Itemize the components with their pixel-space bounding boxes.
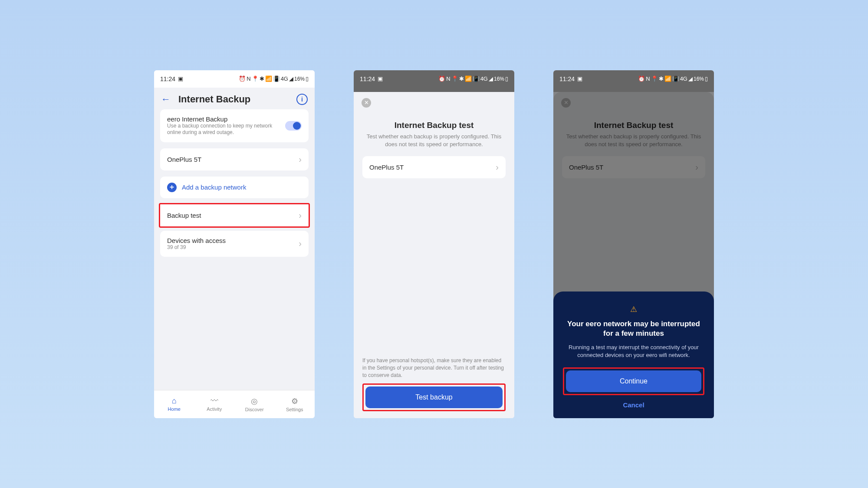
signal-icon: ◢ — [289, 75, 293, 82]
warning-icon: ⚠ — [563, 305, 704, 314]
chevron-right-icon: › — [299, 239, 302, 249]
screen-internet-backup: 11:24 ▣ ⏰ N 📍 ✱ 📶 📳 4G ◢ 16% ▯ ← Interne… — [154, 70, 315, 418]
nfc-icon: N — [446, 75, 450, 82]
dialog-title: Your eero network may be interrupted for… — [563, 319, 704, 338]
app-header: ← Internet Backup i — [154, 88, 315, 109]
signal-icon: ◢ — [489, 75, 493, 82]
backup-network-item[interactable]: OnePlus 5T › — [362, 156, 506, 178]
chevron-right-icon: › — [496, 162, 499, 172]
battery-icon: ▯ — [705, 75, 708, 82]
battery-text: 16% — [494, 76, 504, 82]
alarm-icon: ⏰ — [638, 75, 645, 82]
chevron-right-icon: › — [299, 154, 302, 164]
battery-icon: ▯ — [505, 75, 508, 82]
close-icon[interactable]: ✕ — [362, 98, 371, 108]
backup-network-name: OnePlus 5T — [369, 164, 490, 171]
add-backup-network[interactable]: ＋ Add a backup network — [160, 177, 309, 198]
alarm-icon: ⏰ — [438, 75, 445, 82]
backup-network-item[interactable]: OnePlus 5T › — [160, 148, 309, 170]
eero-backup-subtitle: Use a backup connection to keep my netwo… — [167, 123, 280, 136]
eero-backup-card[interactable]: eero Internet Backup Use a backup connec… — [160, 109, 309, 142]
sheet-title: Internet Backup test — [362, 121, 506, 130]
add-backup-label: Add a backup network — [182, 183, 246, 191]
battery-icon: ▯ — [306, 75, 309, 82]
test-backup-button[interactable]: Test backup — [365, 386, 503, 408]
modal-sheet: ✕ Internet Backup test Test whether each… — [354, 92, 514, 418]
confirm-dialog: ⚠ Your eero network may be interrupted f… — [553, 291, 714, 418]
backup-test-row[interactable]: Backup test › — [160, 204, 309, 226]
bluetooth-icon: ✱ — [659, 75, 664, 82]
wifi-icon: 📶 — [465, 75, 472, 82]
nav-activity[interactable]: 〰 Activity — [194, 390, 235, 418]
status-bar: 11:24 ▣ ⏰ N 📍 ✱ 📶 📳 4G ◢ 16% ▯ — [354, 70, 514, 88]
discover-icon: ◎ — [251, 396, 258, 406]
status-time: 11:24 — [559, 75, 575, 82]
backup-toggle[interactable] — [285, 121, 302, 131]
nfc-icon: N — [646, 75, 650, 82]
location-icon: 📍 — [252, 75, 259, 82]
battery-text: 16% — [694, 76, 704, 82]
bluetooth-icon: ✱ — [459, 75, 464, 82]
lte-icon: 4G — [281, 75, 288, 82]
devices-subtitle: 39 of 39 — [167, 244, 293, 251]
highlight-backup-test: Backup test › — [159, 203, 310, 228]
status-time: 11:24 — [360, 75, 375, 82]
screen-backup-test-sheet: 11:24 ▣ ⏰ N 📍 ✱ 📶 📳 4G ◢ 16% ▯ ✕ Interne… — [354, 70, 514, 418]
continue-button[interactable]: Continue — [566, 370, 701, 392]
backup-test-label: Backup test — [167, 212, 293, 219]
nav-discover[interactable]: ◎ Discover — [234, 390, 275, 418]
vibrate-icon: 📳 — [273, 75, 280, 82]
alarm-icon: ⏰ — [239, 75, 246, 82]
chevron-right-icon: › — [299, 210, 302, 220]
nfc-icon: N — [247, 75, 250, 82]
lte-icon: 4G — [480, 75, 488, 82]
devices-with-access-row[interactable]: Devices with access 39 of 39 › — [160, 231, 309, 257]
back-arrow-icon[interactable]: ← — [161, 94, 171, 105]
devices-title: Devices with access — [167, 237, 293, 244]
battery-text: 16% — [294, 76, 305, 82]
status-bar: 11:24 ▣ ⏰ N 📍 ✱ 📶 📳 4G ◢ 16% ▯ — [154, 70, 315, 88]
wifi-icon: 📶 — [265, 75, 272, 82]
eero-backup-title: eero Internet Backup — [167, 115, 280, 123]
screen-confirm-dialog: 11:24 ▣ ⏰ N 📍 ✱ 📶 📳 4G ◢ 16% ▯ ✕ Interne… — [553, 70, 714, 418]
picture-icon: ▣ — [577, 75, 582, 82]
status-bar: 11:24 ▣ ⏰ N 📍 ✱ 📶 📳 4G ◢ 16% ▯ — [553, 70, 714, 88]
dialog-desc: Running a test may interrupt the connect… — [563, 344, 704, 359]
info-icon[interactable]: i — [296, 94, 308, 105]
content: eero Internet Backup Use a backup connec… — [154, 109, 315, 390]
activity-icon: 〰 — [210, 396, 218, 406]
bluetooth-icon: ✱ — [260, 75, 264, 82]
vibrate-icon: 📳 — [672, 75, 679, 82]
wifi-icon: 📶 — [664, 75, 671, 82]
picture-icon: ▣ — [178, 75, 183, 82]
plus-icon: ＋ — [167, 183, 177, 192]
highlight-test-button: Test backup — [362, 383, 506, 411]
bottom-nav: ⌂ Home 〰 Activity ◎ Discover ⚙ Settings — [154, 390, 315, 418]
cancel-button[interactable]: Cancel — [563, 401, 704, 409]
signal-icon: ◢ — [688, 75, 693, 82]
home-icon: ⌂ — [172, 396, 177, 406]
lte-icon: 4G — [680, 75, 687, 82]
settings-icon: ⚙ — [291, 396, 298, 406]
backup-network-name: OnePlus 5T — [167, 156, 293, 163]
status-time: 11:24 — [160, 75, 175, 82]
location-icon: 📍 — [451, 75, 458, 82]
sheet-desc: Test whether each backup is properly con… — [362, 133, 506, 148]
vibrate-icon: 📳 — [473, 75, 480, 82]
nav-settings[interactable]: ⚙ Settings — [275, 390, 315, 418]
hotspot-hint: If you have personal hotspot(s), make su… — [362, 357, 506, 379]
nav-home[interactable]: ⌂ Home — [154, 390, 194, 418]
page-title: Internet Backup — [178, 94, 289, 105]
location-icon: 📍 — [651, 75, 658, 82]
picture-icon: ▣ — [378, 75, 383, 82]
highlight-continue-button: Continue — [563, 367, 704, 395]
